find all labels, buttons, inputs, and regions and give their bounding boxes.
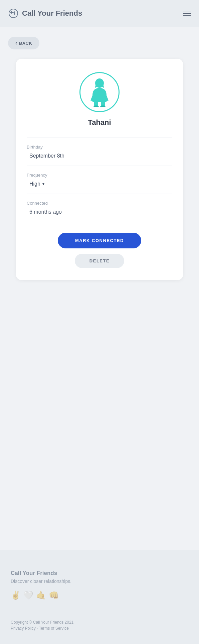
clock-back-icon	[8, 8, 19, 19]
birthday-value: September 8th	[27, 153, 172, 159]
emoji-call: 🤙	[36, 591, 46, 600]
chevron-down-icon: ▾	[42, 182, 44, 186]
connected-value: 6 months ago	[27, 209, 172, 215]
mark-connected-button[interactable]: MARK CONNECTED	[58, 233, 141, 248]
footer-emojis: ✌️ 🤍 🤙 👊	[11, 591, 59, 600]
footer-links: Copyright © Call Your Friends 2021 Priva…	[11, 620, 73, 631]
avatar	[79, 72, 120, 112]
footer-legal: Privacy Policy · Terms of Service	[11, 626, 73, 631]
contact-name: Tahani	[88, 118, 111, 127]
birthday-section: Birthday September 8th	[27, 138, 172, 166]
main-content: BACK	[0, 27, 199, 530]
frequency-section: Frequency High ▾	[27, 166, 172, 194]
footer: Call Your Friends Discover closer relati…	[0, 550, 199, 644]
footer-copyright: Copyright © Call Your Friends 2021	[11, 620, 73, 625]
header-left: Call Your Friends	[8, 8, 82, 19]
back-button[interactable]: BACK	[8, 37, 39, 49]
app-header: Call Your Friends	[0, 0, 199, 27]
connected-section: Connected 6 months ago	[27, 194, 172, 222]
frequency-dropdown[interactable]: High ▾	[27, 181, 172, 187]
footer-brand: Call Your Friends	[11, 570, 57, 577]
birthday-label: Birthday	[27, 145, 172, 150]
avatar-section: Tahani	[27, 72, 172, 127]
delete-button[interactable]: DELETE	[75, 254, 124, 268]
contact-card: Tahani Birthday September 8th Frequency …	[16, 59, 183, 280]
app-title: Call Your Friends	[22, 9, 82, 18]
frequency-label: Frequency	[27, 173, 172, 178]
curve-separator	[0, 530, 199, 550]
person-avatar-icon	[88, 77, 111, 107]
terms-of-service-link[interactable]: Terms of Service	[39, 626, 69, 631]
svg-point-0	[9, 9, 18, 18]
footer-tagline: Discover closer relationships.	[11, 579, 71, 584]
hamburger-menu-icon[interactable]	[183, 11, 191, 16]
frequency-value: High	[29, 181, 40, 187]
privacy-policy-link[interactable]: Privacy Policy	[11, 626, 36, 631]
connected-label: Connected	[27, 201, 172, 206]
footer-separator: ·	[37, 626, 38, 631]
emoji-heart: 🤍	[23, 591, 33, 600]
emoji-fist: 👊	[49, 591, 59, 600]
actions-section: MARK CONNECTED DELETE	[27, 222, 172, 268]
emoji-peace: ✌️	[11, 591, 21, 600]
